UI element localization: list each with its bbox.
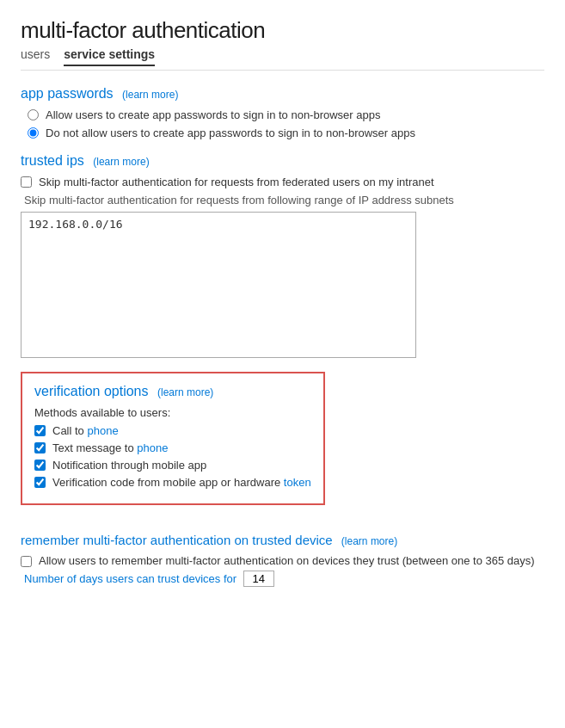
trusted-ips-section: trusted ips (learn more) Skip multi-fact… (21, 153, 544, 358)
call-to-phone-checkbox[interactable] (34, 425, 46, 436)
methods-label: Methods available to users: (34, 406, 311, 419)
verification-methods-list: Call to phone Text message to phone Noti… (34, 424, 311, 489)
trusted-ips-learn-more[interactable]: (learn more) (93, 156, 149, 168)
text-message-label: Text message to phone (52, 441, 168, 454)
text-message-checkbox[interactable] (34, 442, 46, 453)
remember-mfa-section: remember multi-factor authentication on … (21, 533, 544, 587)
days-row: Number of days users can trust devices f… (24, 571, 544, 587)
app-passwords-title: app passwords (learn more) (21, 86, 544, 102)
app-passwords-section: app passwords (learn more) Allow users t… (21, 86, 544, 139)
skip-federated-label[interactable]: Skip multi-factor authentication for req… (21, 176, 544, 188)
verification-code-label: Verification code from mobile app or har… (52, 476, 311, 489)
days-input[interactable] (243, 571, 274, 587)
allow-app-passwords-radio[interactable] (28, 109, 39, 120)
remember-mfa-title: remember multi-factor authentication on … (21, 533, 544, 547)
disallow-app-passwords-option[interactable]: Do not allow users to create app passwor… (28, 126, 544, 139)
ip-range-textarea[interactable] (21, 212, 416, 358)
notification-mobile-checkbox[interactable] (34, 460, 46, 471)
ip-range-text: Skip multi-factor authentication for req… (24, 194, 544, 207)
allow-remember-checkbox[interactable] (21, 556, 32, 567)
remember-mfa-learn-more[interactable]: (learn more) (341, 535, 397, 547)
call-to-phone-option[interactable]: Call to phone (34, 424, 311, 437)
app-passwords-learn-more[interactable]: (learn more) (122, 89, 178, 101)
verification-code-checkbox[interactable] (34, 477, 46, 488)
disallow-app-passwords-radio[interactable] (28, 127, 39, 139)
skip-federated-checkbox[interactable] (21, 176, 32, 188)
remember-mfa-checkbox-group: Allow users to remember multi-factor aut… (21, 554, 544, 567)
text-message-option[interactable]: Text message to phone (34, 441, 311, 454)
call-to-phone-label: Call to phone (52, 424, 119, 437)
trusted-ips-title: trusted ips (learn more) (21, 153, 544, 169)
verification-options-section: verification options (learn more) Method… (21, 372, 325, 505)
app-passwords-options: Allow users to create app passwords to s… (28, 108, 544, 139)
tab-row: users service settings (21, 47, 544, 71)
page-title: multi-factor authentication (21, 17, 544, 44)
trusted-ips-skip-group: Skip multi-factor authentication for req… (21, 176, 544, 188)
tab-users[interactable]: users (21, 47, 50, 66)
tab-service-settings[interactable]: service settings (64, 47, 155, 66)
notification-mobile-option[interactable]: Notification through mobile app (34, 459, 311, 472)
verification-code-option[interactable]: Verification code from mobile app or har… (34, 476, 311, 489)
verification-options-learn-more[interactable]: (learn more) (157, 386, 213, 398)
allow-remember-label[interactable]: Allow users to remember multi-factor aut… (21, 554, 544, 567)
verification-options-title: verification options (learn more) (34, 384, 311, 399)
notification-mobile-label: Notification through mobile app (52, 459, 206, 472)
allow-app-passwords-option[interactable]: Allow users to create app passwords to s… (28, 108, 544, 121)
